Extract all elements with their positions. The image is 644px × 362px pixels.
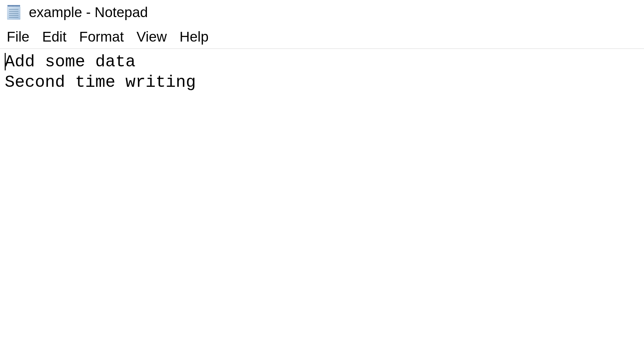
svg-rect-2 (9, 5, 10, 7)
text-editor-area[interactable]: Add some data Second time writing (0, 49, 644, 362)
menu-help[interactable]: Help (179, 29, 208, 45)
menu-view[interactable]: View (137, 29, 167, 45)
notepad-window: example - Notepad File Edit Format View … (0, 0, 644, 362)
svg-rect-5 (13, 5, 14, 7)
svg-rect-1 (8, 5, 9, 7)
svg-rect-3 (11, 5, 11, 7)
svg-rect-8 (17, 5, 18, 7)
editor-content[interactable]: Add some data Second time writing (5, 52, 639, 93)
notepad-icon (5, 3, 23, 21)
svg-rect-7 (16, 5, 17, 7)
menu-file[interactable]: File (7, 29, 30, 45)
svg-rect-9 (19, 5, 19, 7)
svg-rect-6 (15, 5, 15, 7)
menu-format[interactable]: Format (79, 29, 124, 45)
svg-rect-4 (12, 5, 13, 7)
menubar: File Edit Format View Help (0, 25, 644, 49)
window-title: example - Notepad (29, 4, 148, 20)
menu-edit[interactable]: Edit (42, 29, 66, 45)
titlebar: example - Notepad (0, 0, 644, 25)
